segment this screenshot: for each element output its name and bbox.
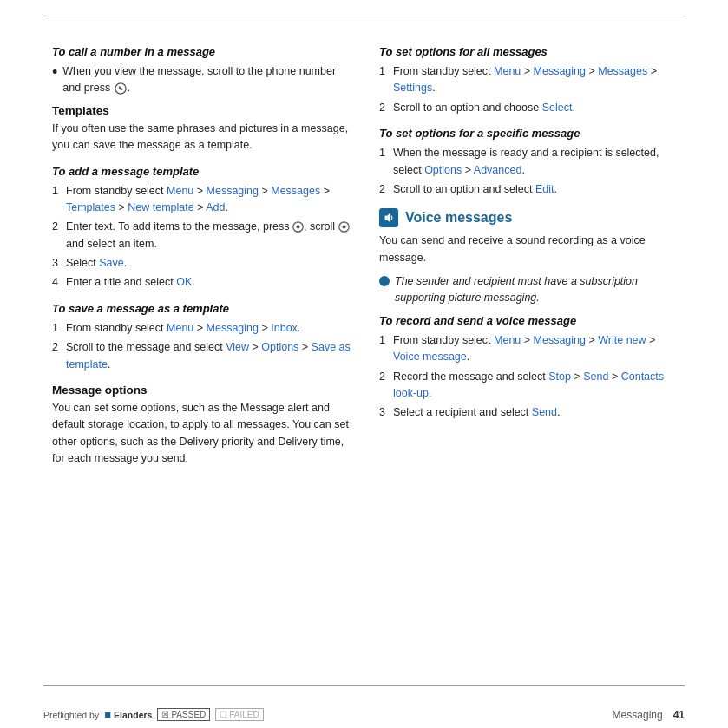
set-options-specific-section: To set options for a specific message 1 … — [379, 127, 680, 198]
phone-icon — [115, 82, 127, 95]
message-options-heading: Message options — [52, 384, 353, 397]
elanders-logo: ■ Elanders — [104, 708, 152, 721]
call-bullet-text: When you view the message, scroll to the… — [62, 63, 353, 97]
footer-section: Messaging — [613, 709, 663, 721]
save-template-title: To save a message as a template — [52, 302, 353, 315]
passed-text: PASSED — [171, 710, 206, 719]
voice-heading-text: Voice messages — [405, 210, 512, 226]
content-area: To call a number in a message • When you… — [52, 28, 680, 680]
link-add[interactable]: Add — [206, 201, 225, 213]
note-bullet-icon — [379, 276, 390, 286]
link-messaging-4[interactable]: Messaging — [534, 334, 586, 346]
add-template-title: To add a message template — [52, 165, 353, 178]
save-step-2: 2 Scroll to the message and select View … — [52, 339, 353, 373]
record-step-3: 3 Select a recipient and select Send. — [379, 404, 680, 421]
record-step-1: 1 From standby select Menu > Messaging >… — [379, 332, 680, 366]
footer: Preflighted by ■ Elanders ☒ PASSED ☐ FAI… — [43, 708, 685, 721]
save-step-1: 1 From standby select Menu > Messaging >… — [52, 320, 353, 337]
link-messaging-1[interactable]: Messaging — [207, 185, 259, 197]
svg-rect-5 — [385, 216, 388, 220]
footer-left: Preflighted by ■ Elanders ☒ PASSED ☐ FAI… — [43, 708, 264, 721]
link-options-2[interactable]: Options — [424, 164, 462, 176]
call-bullet-item: • When you view the message, scroll to t… — [52, 63, 353, 97]
add-template-steps: 1 From standby select Menu > Messaging >… — [52, 183, 353, 292]
failed-text: FAILED — [229, 710, 259, 719]
left-column: To call a number in a message • When you… — [52, 28, 353, 680]
voice-body: You can send and receive a sound recordi… — [379, 233, 680, 266]
voice-messages-icon — [379, 208, 398, 227]
elanders-name: Elanders — [114, 710, 152, 720]
message-options-section: Message options You can set some options… — [52, 384, 353, 468]
set-options-all-section: To set options for all messages 1 From s… — [379, 45, 680, 116]
link-advanced[interactable]: Advanced — [474, 164, 522, 176]
templates-body: If you often use the same phrases and pi… — [52, 121, 353, 154]
link-menu-3[interactable]: Menu — [494, 65, 521, 77]
link-send-2[interactable]: Send — [532, 406, 557, 418]
link-select[interactable]: Select — [542, 102, 573, 114]
bullet-icon: • — [52, 64, 57, 97]
voice-heading-row: Voice messages — [379, 208, 680, 227]
add-template-section: To add a message template 1 From standby… — [52, 165, 353, 292]
link-contacts-lookup[interactable]: Contacts look-up — [393, 371, 664, 399]
set-specific-step-1: 1 When the message is ready and a recipi… — [379, 145, 680, 179]
link-stop[interactable]: Stop — [548, 371, 571, 383]
add-step-1: 1 From standby select Menu > Messaging >… — [52, 183, 353, 217]
set-all-steps: 1 From standby select Menu > Messaging >… — [379, 63, 680, 116]
set-specific-step-2: 2 Scroll to an option and select Edit. — [379, 181, 680, 198]
link-inbox[interactable]: Inbox — [271, 322, 298, 334]
elanders-e-icon: ■ — [104, 708, 111, 721]
add-step-4: 4 Enter a title and select OK. — [52, 274, 353, 291]
set-specific-steps: 1 When the message is ready and a recipi… — [379, 145, 680, 198]
link-voice-message[interactable]: Voice message — [393, 351, 467, 363]
top-border — [43, 16, 685, 16]
svg-point-4 — [342, 226, 345, 229]
link-messages-1[interactable]: Messages — [271, 185, 320, 197]
footer-right: Messaging 41 — [613, 709, 685, 721]
link-save-as-template[interactable]: Save as template — [66, 341, 351, 370]
page: To call a number in a message • When you… — [0, 0, 728, 728]
link-view[interactable]: View — [226, 341, 249, 353]
save-template-section: To save a message as a template 1 From s… — [52, 302, 353, 373]
record-steps: 1 From standby select Menu > Messaging >… — [379, 332, 680, 422]
link-menu-4[interactable]: Menu — [494, 334, 521, 346]
set-options-all-title: To set options for all messages — [379, 45, 680, 58]
sound-icon — [383, 212, 395, 224]
record-step-2: 2 Record the message and select Stop > S… — [379, 369, 680, 403]
link-save-1[interactable]: Save — [99, 257, 124, 269]
joystick-icon-2 — [338, 221, 350, 233]
link-menu-2[interactable]: Menu — [167, 322, 193, 334]
passed-badge: ☒ PASSED — [157, 708, 210, 721]
bottom-border — [43, 685, 685, 686]
joystick-icon-1 — [292, 221, 304, 233]
add-step-3: 3 Select Save. — [52, 255, 353, 272]
record-title: To record and send a voice message — [379, 314, 680, 327]
call-bullet-list: • When you view the message, scroll to t… — [52, 63, 353, 97]
set-all-step-2: 2 Scroll to an option and choose Select. — [379, 100, 680, 116]
preflighted-text: Preflighted by — [43, 710, 99, 720]
link-new-template[interactable]: New template — [128, 201, 193, 213]
voice-note-row: The sender and recipient must have a sub… — [379, 273, 680, 307]
link-messages-2[interactable]: Messages — [598, 65, 647, 77]
link-messaging-2[interactable]: Messaging — [207, 322, 259, 334]
footer-page-number: 41 — [673, 709, 685, 721]
link-ok[interactable]: OK — [176, 276, 192, 288]
message-options-body: You can set some options, such as the Me… — [52, 400, 353, 468]
templates-heading: Templates — [52, 104, 353, 117]
link-templates[interactable]: Templates — [66, 201, 115, 213]
link-settings[interactable]: Settings — [393, 82, 432, 94]
link-options-1[interactable]: Options — [261, 341, 298, 353]
set-options-specific-title: To set options for a specific message — [379, 127, 680, 140]
record-section: To record and send a voice message 1 Fro… — [379, 314, 680, 422]
save-template-steps: 1 From standby select Menu > Messaging >… — [52, 320, 353, 373]
voice-note-text: The sender and recipient must have a sub… — [395, 273, 680, 307]
link-edit[interactable]: Edit — [535, 183, 554, 195]
link-menu-1[interactable]: Menu — [167, 185, 193, 197]
svg-point-2 — [296, 226, 299, 229]
set-all-step-1: 1 From standby select Menu > Messaging >… — [379, 63, 680, 97]
link-messaging-3[interactable]: Messaging — [534, 65, 586, 77]
failed-badge: ☐ FAILED — [215, 708, 263, 721]
templates-section: Templates If you often use the same phra… — [52, 104, 353, 154]
link-send-1[interactable]: Send — [583, 371, 608, 383]
link-write-new[interactable]: Write new — [598, 334, 646, 346]
call-title: To call a number in a message — [52, 45, 353, 58]
